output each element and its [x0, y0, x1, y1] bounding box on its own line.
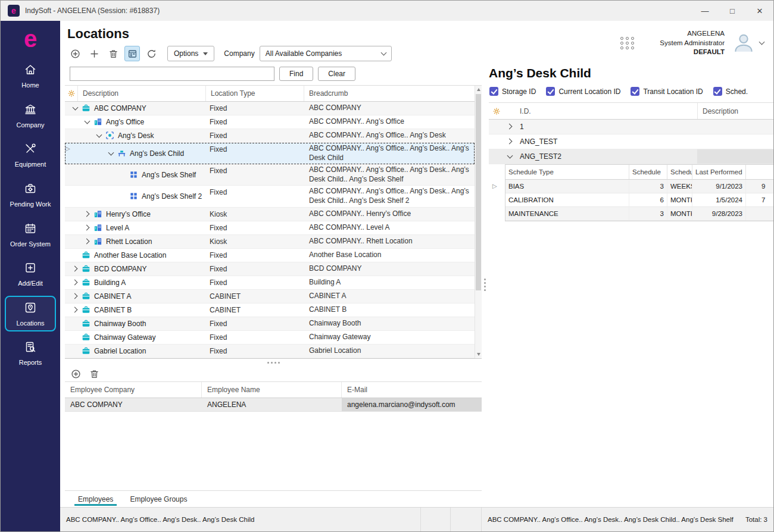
location-row[interactable]: Rhett LocationKioskABC COMPANY.. Rhett L… — [65, 235, 475, 249]
schedule-column-header[interactable]: Schedu — [667, 165, 692, 179]
location-row[interactable]: CABINET BCABINETCABINET B — [65, 303, 475, 317]
schedule-column-header[interactable]: Last Performed — [692, 165, 746, 179]
sidebar-item-locations[interactable]: Locations — [5, 296, 56, 332]
checkbox-sched-[interactable]: Sched. — [713, 87, 748, 96]
sidebar-item-home[interactable]: Home — [5, 58, 56, 94]
location-type-cell: Fixed — [206, 262, 304, 276]
chevron-right-icon[interactable] — [83, 237, 92, 246]
sidebar-item-pending-work[interactable]: Pending Work — [5, 177, 56, 213]
location-row[interactable]: BCD COMPANYFixedBCD COMPANY — [65, 262, 475, 276]
refresh-button[interactable] — [143, 46, 159, 61]
schedule-row[interactable]: BIAS3WEEKS9/1/20239 — [505, 180, 773, 193]
location-row[interactable]: Another Base LocationFixedAnother Base L… — [65, 249, 475, 262]
chevron-down-icon[interactable] — [505, 152, 515, 161]
trash-icon — [108, 49, 118, 59]
sidebar-item-label: Company — [16, 121, 44, 129]
column-header-breadcrumb[interactable]: Breadcrumb — [304, 86, 482, 101]
column-header-location-type[interactable]: Location Type — [206, 86, 304, 101]
checkbox-transit-location-id[interactable]: Transit Location ID — [631, 87, 703, 96]
row-expander-icon[interactable]: ▷ — [492, 183, 497, 189]
location-row[interactable]: Chainway GatewayFixedChainway Gateway — [65, 331, 475, 345]
horizontal-splitter[interactable] — [65, 359, 482, 366]
profile-menu[interactable] — [732, 31, 764, 55]
card-view-button[interactable] — [124, 46, 140, 61]
location-row[interactable]: Henry’s OfficeKioskABC COMPANY.. Henry’s… — [65, 208, 475, 221]
maximize-button[interactable]: □ — [719, 1, 746, 21]
column-chooser-icon[interactable] — [489, 103, 504, 119]
sidebar-item-order-system[interactable]: Order System — [5, 217, 56, 253]
location-row[interactable]: CABINET ACABINETCABINET A — [65, 290, 475, 303]
location-row[interactable]: Ang’s DeskFixedABC COMPANY.. Ang’s Offic… — [65, 129, 475, 143]
location-row[interactable]: ABC COMPANYFixedABC COMPANY — [65, 102, 475, 115]
tab-employees[interactable]: Employees — [70, 491, 121, 507]
close-button[interactable]: ✕ — [746, 1, 773, 21]
location-row[interactable]: Level AFixedABC COMPANY.. Level A — [65, 221, 475, 235]
chevron-right-icon[interactable] — [71, 292, 80, 301]
schedule-column-header[interactable] — [746, 165, 773, 179]
order-system-icon — [24, 222, 37, 237]
chevron-down-icon[interactable] — [95, 131, 104, 140]
company-icon — [82, 292, 91, 301]
minimize-button[interactable]: — — [691, 1, 719, 21]
checkbox-current-location-id[interactable]: Current Location ID — [546, 87, 620, 96]
column-header-description[interactable]: Description — [78, 86, 206, 101]
column-chooser-icon[interactable] — [65, 86, 78, 101]
schedule-row[interactable]: CALIBRATION6MONTHS1/5/20247 — [505, 193, 773, 207]
delete-employee-button[interactable] — [88, 367, 101, 380]
schedule-row[interactable]: MAINTENANCE3MONTHS9/28/2023 — [505, 207, 773, 221]
column-header-email[interactable]: E-Mail — [342, 382, 482, 398]
sidebar-item-add-edit[interactable]: Add/Edit — [5, 256, 56, 292]
sidebar-item-equipment[interactable]: Equipment — [5, 137, 56, 173]
chevron-right-icon[interactable] — [71, 278, 80, 287]
location-row[interactable]: Chainway BoothFixedChainway Booth — [65, 317, 475, 331]
delete-location-button[interactable] — [105, 46, 121, 61]
chevron-right-icon[interactable] — [505, 137, 515, 146]
chevron-right-icon[interactable] — [71, 264, 80, 274]
row-expander-icon[interactable]: ▷ — [65, 146, 70, 152]
location-row[interactable]: Ang’s OfficeFixedABC COMPANY.. Ang’s Off… — [65, 115, 475, 129]
chevron-right-icon[interactable] — [83, 209, 92, 219]
tab-employee-groups[interactable]: Employee Groups — [121, 491, 195, 507]
vertical-splitter[interactable] — [482, 62, 488, 507]
schedule-column-header[interactable]: Schedule — [629, 165, 667, 179]
sidebar-item-company[interactable]: Company — [5, 98, 56, 134]
location-type-cell: Kiosk — [206, 208, 304, 221]
add-child-location-button[interactable] — [86, 46, 102, 61]
locations-panel: Find Clear Description Location Type Bre… — [65, 62, 482, 507]
search-input[interactable] — [70, 67, 274, 81]
id-row[interactable]: ANG_TEST — [489, 134, 773, 149]
employee-row[interactable]: ABC COMPANYANGELENAangelena.marciano@ind… — [65, 398, 482, 412]
scroll-down-icon[interactable] — [477, 353, 480, 356]
chevron-right-icon[interactable] — [83, 223, 92, 233]
location-row[interactable]: Ang’s Desk ChildFixedABC COMPANY.. Ang’s… — [65, 143, 475, 164]
chevron-down-icon — [759, 39, 765, 45]
location-row[interactable]: Building AFixedBuilding A — [65, 276, 475, 290]
location-row[interactable]: Ang’s Desk ShelfFixedABC COMPANY.. Ang’s… — [65, 164, 475, 186]
id-row[interactable]: 1 — [489, 120, 773, 134]
column-header-id[interactable]: I.D. — [504, 103, 697, 119]
company-select[interactable]: All Available Companies — [260, 46, 392, 61]
add-location-button[interactable] — [67, 46, 83, 61]
chevron-down-icon[interactable] — [107, 149, 116, 158]
id-row[interactable]: ANG_TEST2 — [489, 149, 773, 164]
sidebar-item-reports[interactable]: Reports — [5, 335, 56, 371]
column-header-employee-name[interactable]: Employee Name — [202, 382, 342, 398]
scrollbar-thumb[interactable] — [476, 94, 481, 290]
column-header-description[interactable]: Description — [697, 103, 773, 119]
clear-button[interactable]: Clear — [318, 67, 355, 81]
schedule-column-header[interactable]: Schedule Type — [505, 165, 629, 179]
add-employee-button[interactable] — [69, 367, 82, 380]
chevron-down-icon[interactable] — [71, 104, 80, 113]
chevron-right-icon[interactable] — [505, 122, 515, 132]
location-row[interactable]: Gabriel LocationFixedGabriel Location — [65, 345, 475, 358]
find-button[interactable]: Find — [279, 67, 313, 81]
chevron-down-icon[interactable] — [83, 117, 92, 127]
column-header-employee-company[interactable]: Employee Company — [65, 382, 202, 398]
location-row[interactable]: Ang’s Desk Shelf 2FixedABC COMPANY.. Ang… — [65, 186, 475, 207]
vertical-scrollbar[interactable] — [475, 86, 482, 358]
options-button[interactable]: Options — [167, 46, 214, 61]
chevron-right-icon[interactable] — [71, 305, 80, 315]
checkbox-storage-id[interactable]: Storage ID — [489, 87, 536, 96]
apps-grid-icon[interactable] — [620, 37, 635, 49]
scroll-up-icon[interactable] — [477, 88, 480, 91]
